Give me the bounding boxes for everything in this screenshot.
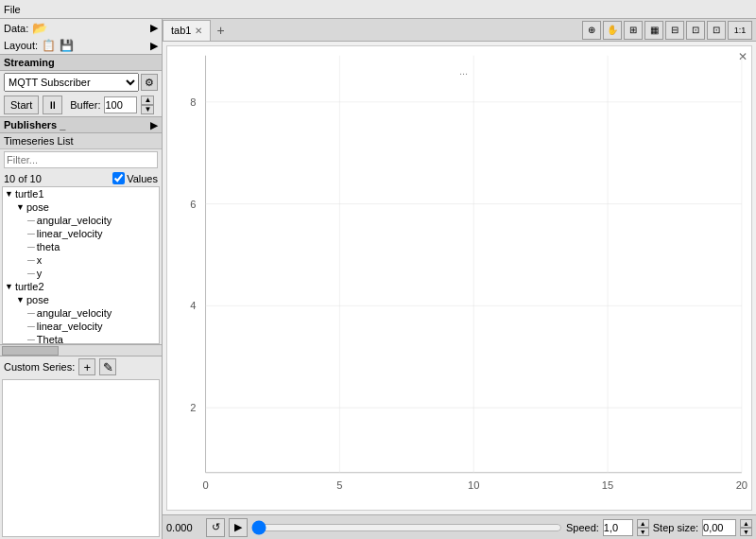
custom-series-row: Custom Series: + ✎: [0, 356, 162, 377]
tab-close-button[interactable]: ✕: [195, 26, 202, 36]
data-row: Data: 📂 ▶: [0, 19, 162, 37]
playback-time: 0.000: [166, 522, 202, 533]
values-check: Values: [112, 172, 158, 184]
zoom-box-button[interactable]: ⊞: [624, 21, 643, 40]
publishers-arrow[interactable]: ▶: [150, 120, 158, 130]
playback-bar: 0.000 ↺ ▶ Speed: 1,0 ▲ ▼ Step size: 0,00…: [163, 514, 756, 539]
content-area: tab1 ✕ + ⊕ ✋ ⊞ ▦ ⊟ ⊡ ⊡ 1:1 ✕ ...: [163, 19, 756, 539]
cursor-tool-button[interactable]: ⊕: [582, 21, 601, 40]
menu-bar: File: [0, 0, 756, 19]
publishers-label: Publishers _: [4, 119, 65, 130]
list-item[interactable]: ▼ turtle2: [3, 280, 159, 293]
layout-label: Layout:: [4, 40, 38, 51]
svg-text:6: 6: [190, 199, 196, 210]
leaf-icon: ─: [27, 334, 35, 344]
data-open-icon[interactable]: 📂: [32, 21, 47, 35]
buffer-up[interactable]: ▲: [141, 96, 154, 105]
tree-node-label: theta: [37, 241, 60, 252]
ratio-button[interactable]: 1:1: [728, 21, 752, 40]
svg-text:10: 10: [468, 480, 479, 492]
leaf-icon: ─: [27, 307, 35, 319]
list-item[interactable]: ─ x: [3, 253, 159, 267]
tree-container[interactable]: ▼ turtle1 ▼ pose ─ angular_velocity ─ li…: [2, 186, 160, 344]
list-item[interactable]: ─ angular_velocity: [3, 306, 159, 320]
playback-slider[interactable]: [251, 521, 562, 534]
tree-node-label: turtle1: [15, 188, 44, 200]
layout-icon2[interactable]: 💾: [60, 39, 74, 52]
fit-button[interactable]: ⊡: [707, 21, 726, 40]
pause-button[interactable]: ⏸: [43, 96, 62, 114]
filter-row: [0, 149, 162, 170]
chart-area: ✕ ... 8 6 4 2: [166, 45, 752, 511]
list-item[interactable]: ─ theta: [3, 240, 159, 253]
data-label: Data:: [4, 23, 28, 34]
tree-node-label: pose: [26, 201, 49, 213]
list-item[interactable]: ▼ turtle1: [3, 187, 159, 200]
values-checkbox[interactable]: [112, 172, 125, 184]
custom-series-box: [2, 379, 160, 537]
svg-text:5: 5: [336, 480, 342, 492]
svg-text:4: 4: [190, 300, 196, 311]
tab-bar: tab1 ✕ + ⊕ ✋ ⊞ ▦ ⊟ ⊡ ⊡ 1:1: [163, 19, 756, 42]
leaf-icon: ─: [27, 215, 35, 226]
menu-file[interactable]: File: [4, 4, 21, 15]
leaf-icon: ─: [27, 254, 35, 266]
add-series-button[interactable]: +: [78, 358, 95, 375]
edit-series-button[interactable]: ✎: [99, 358, 116, 375]
table-view-button[interactable]: ▦: [644, 21, 663, 40]
stepsize-down[interactable]: ▼: [740, 528, 752, 536]
main-layout: Data: 📂 ▶ Layout: 📋 💾 ▶ Streaming MQTT S…: [0, 19, 756, 539]
split-v-button[interactable]: ⊡: [686, 21, 705, 40]
toolbar-right: ⊕ ✋ ⊞ ▦ ⊟ ⊡ ⊡ 1:1: [582, 21, 756, 40]
list-item[interactable]: ▼ pose: [3, 200, 159, 214]
scrollbar-thumb[interactable]: [2, 346, 59, 356]
values-label: Values: [127, 173, 158, 184]
play-button[interactable]: ▶: [229, 518, 248, 537]
stepsize-input[interactable]: 0,00: [702, 519, 736, 536]
custom-series-label: Custom Series:: [4, 361, 75, 373]
speed-up[interactable]: ▲: [637, 519, 649, 528]
tree-node-label: linear_velocity: [37, 321, 103, 332]
start-button[interactable]: Start: [4, 96, 39, 114]
svg-text:15: 15: [602, 480, 613, 492]
list-item[interactable]: ─ Theta: [3, 333, 159, 344]
timeseries-header: Timeseries List: [0, 133, 162, 149]
speed-input[interactable]: 1,0: [603, 519, 633, 536]
list-item[interactable]: ─ linear_velocity: [3, 320, 159, 333]
buffer-input[interactable]: [104, 96, 137, 113]
list-item[interactable]: ─ y: [3, 267, 159, 280]
add-tab-button[interactable]: +: [211, 20, 230, 41]
speed-down[interactable]: ▼: [637, 528, 649, 536]
split-h-button[interactable]: ⊟: [665, 21, 684, 40]
data-arrow: ▶: [150, 22, 158, 34]
tree-node-label: x: [37, 254, 43, 266]
loop-button[interactable]: ↺: [206, 518, 225, 537]
tree-node-label: Theta: [37, 334, 63, 344]
filter-input[interactable]: [4, 151, 158, 168]
layout-arrow: ▶: [150, 40, 158, 52]
mqtt-row: MQTT Subscriber ⚙: [0, 71, 162, 94]
streaming-label: Streaming: [4, 57, 55, 68]
mqtt-select[interactable]: MQTT Subscriber: [4, 73, 139, 92]
list-item[interactable]: ▼ pose: [3, 293, 159, 306]
list-item[interactable]: ─ linear_velocity: [3, 227, 159, 240]
count-row: 10 of 10 Values: [0, 170, 162, 186]
expand-icon: ▼: [5, 282, 13, 291]
svg-text:20: 20: [736, 480, 747, 492]
expand-icon: ▼: [16, 295, 25, 304]
gear-button[interactable]: ⚙: [141, 74, 158, 91]
expand-icon: ▼: [16, 202, 25, 212]
horizontal-scrollbar[interactable]: [0, 344, 162, 356]
leaf-icon: ─: [27, 268, 35, 279]
timeseries-label: Timeseries List: [4, 135, 74, 147]
tree-node-label: pose: [26, 294, 49, 305]
list-item[interactable]: ─ angular_velocity: [3, 214, 159, 227]
layout-icon1[interactable]: 📋: [42, 39, 56, 52]
buffer-down[interactable]: ▼: [141, 105, 154, 114]
pan-tool-button[interactable]: ✋: [603, 21, 622, 40]
tab-tab1[interactable]: tab1 ✕: [163, 20, 211, 41]
buffer-label: Buffer:: [70, 99, 100, 111]
sidebar: Data: 📂 ▶ Layout: 📋 💾 ▶ Streaming MQTT S…: [0, 19, 163, 539]
speed-label: Speed:: [566, 522, 599, 533]
stepsize-up[interactable]: ▲: [740, 519, 752, 528]
